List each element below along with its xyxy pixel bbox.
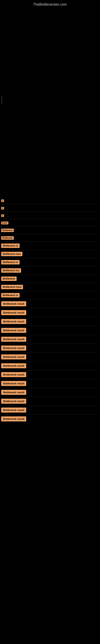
vertical-line [1, 96, 2, 105]
bottleneck-result-label: Bottleneck result [1, 408, 26, 412]
divider [1, 234, 99, 234]
site-title: TheBottlenecker.com [0, 0, 100, 8]
bottleneck-result-label: Bottleneck result [1, 354, 26, 360]
list-item: B [1, 212, 99, 218]
bottleneck-result-label: Bottleneck result [1, 346, 26, 350]
divider [1, 344, 99, 344]
bottleneck-result-label: Bottleneck resul [1, 285, 23, 289]
bottleneck-result-label: Bottleneck result [1, 399, 26, 404]
bottleneck-result-label: Bottleneck [1, 236, 14, 240]
divider [1, 414, 99, 414]
items-container: BBBBottleBottleneckBottleneckBottleneck … [0, 198, 100, 422]
list-item: Bottleneck result [1, 327, 99, 334]
divider [1, 204, 99, 204]
divider [1, 388, 99, 388]
bottleneck-result-label: Bottle [1, 222, 8, 224]
bottleneck-result-label: Bottleneck re [1, 293, 20, 298]
bottleneck-result-label: Bottleneck result [1, 381, 26, 386]
divider [1, 226, 99, 226]
divider [1, 258, 99, 258]
list-item: Bottleneck result [1, 309, 99, 316]
list-item: Bottleneck re [1, 292, 99, 298]
list-item: Bottleneck result [1, 344, 99, 352]
list-item: Bottleneck [1, 276, 99, 282]
divider [1, 291, 99, 291]
list-item: Bottleneck result [1, 354, 99, 360]
divider [1, 242, 99, 242]
list-item: Bottleneck res [1, 267, 99, 274]
bottleneck-result-label: Bottleneck result [1, 301, 26, 306]
list-item: Bottleneck result [1, 318, 99, 325]
divider [1, 326, 99, 326]
list-item: B [1, 198, 99, 203]
bottleneck-result-label: Bottleneck result [1, 363, 26, 368]
divider [1, 283, 99, 283]
divider [1, 266, 99, 266]
divider [1, 211, 99, 212]
list-item: Bottleneck result [1, 406, 99, 414]
list-item: Bottleneck result [1, 416, 99, 422]
bottleneck-result-label: Bottleneck [1, 276, 17, 281]
bottleneck-result-label: B [1, 214, 4, 217]
bottleneck-result-label: Bottleneck re [1, 244, 20, 248]
bottleneck-result-label: Bottleneck result [1, 310, 26, 315]
divider [1, 361, 99, 362]
bottleneck-result-label: Bottleneck re [1, 260, 20, 264]
bottleneck-result-label: Bottleneck result [1, 390, 26, 395]
divider [1, 406, 99, 406]
list-item: Bottleneck result [1, 371, 99, 378]
list-item: Bottleneck resu [1, 251, 99, 257]
divider [1, 250, 99, 250]
list-item: Bottleneck result [1, 389, 99, 396]
bottleneck-result-label: Bottleneck result [1, 416, 26, 422]
chart-area [0, 8, 100, 101]
divider [1, 299, 99, 300]
bottleneck-result-label: Bottleneck resu [1, 252, 22, 256]
divider [1, 308, 99, 308]
divider [1, 317, 99, 317]
list-item: Bottleneck [1, 235, 99, 241]
bottleneck-result-label: B [1, 207, 4, 210]
divider [1, 274, 99, 275]
list-item: B [1, 205, 99, 210]
list-item: Bottleneck result [1, 300, 99, 307]
list-item: Bottleneck resul [1, 284, 99, 290]
divider [1, 370, 99, 370]
list-item: Bottleneck result [1, 398, 99, 405]
list-item: Bottleneck re [1, 242, 99, 249]
bottleneck-result-label: Bottleneck result [1, 328, 26, 333]
bottleneck-result-label: Bottleneck [1, 228, 14, 232]
list-item: Bottleneck result [1, 362, 99, 369]
divider [1, 219, 99, 219]
list-item: Bottleneck [1, 227, 99, 233]
bottleneck-result-label: Bottleneck result [1, 337, 26, 342]
divider [1, 379, 99, 379]
list-item: Bottleneck re [1, 259, 99, 266]
divider [1, 335, 99, 335]
list-item: Bottleneck result [1, 336, 99, 343]
list-item: Bottleneck result [1, 380, 99, 387]
bottleneck-result-label: Bottleneck result [1, 319, 26, 324]
bottleneck-result-label: Bottleneck result [1, 372, 26, 377]
bottleneck-result-label: Bottleneck res [1, 268, 21, 273]
bottleneck-result-label: B [1, 200, 4, 202]
list-item: Bottle [1, 220, 99, 226]
